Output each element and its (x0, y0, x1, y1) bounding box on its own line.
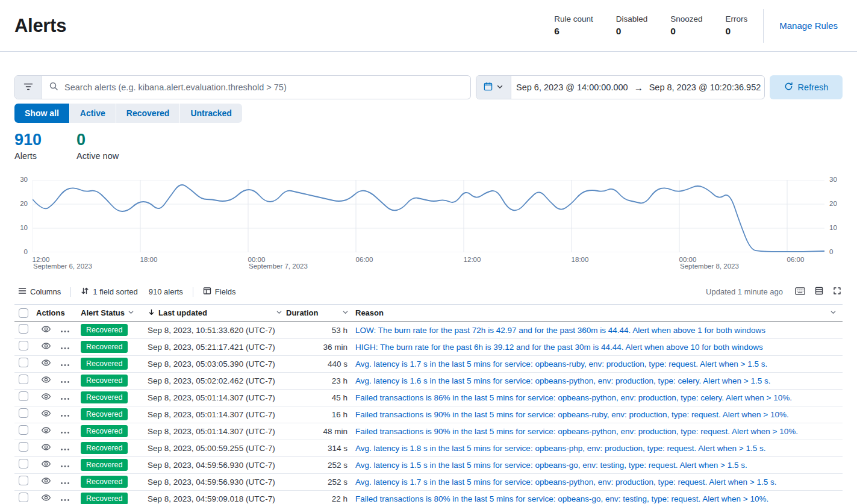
status-badge: Recovered (81, 425, 128, 437)
search-input[interactable] (63, 82, 463, 93)
filter-icon (23, 82, 33, 93)
stat-value: 0 (670, 26, 702, 37)
filter-tab-active[interactable]: Active (70, 104, 116, 123)
reason-link[interactable]: Avg. latency is 1.7 s in the last 5 mins… (350, 359, 843, 369)
date-start[interactable]: Sep 6, 2023 @ 14:00:00.000 (516, 82, 628, 92)
row-menu-button[interactable] (60, 478, 70, 487)
keyboard-shortcuts-button[interactable] (794, 286, 806, 298)
sort-icon (81, 287, 89, 297)
sorted-label: 1 field sorted (93, 287, 137, 296)
reason-link[interactable]: HIGH: The burn rate for the past 6h is 3… (350, 343, 843, 352)
stat-label: Disabled (616, 14, 648, 23)
view-alert-button[interactable] (41, 358, 51, 370)
table-row: Recovered Sep 8, 2023, 04:59:56.930 (UTC… (14, 474, 843, 491)
fields-button[interactable]: Fields (199, 284, 240, 299)
status-badge: Recovered (81, 375, 128, 387)
ellipsis-icon (60, 427, 70, 436)
status-cell: Recovered (81, 442, 148, 454)
row-checkbox-cell (14, 341, 36, 353)
row-checkbox[interactable] (19, 459, 28, 468)
row-checkbox[interactable] (19, 391, 28, 401)
row-menu-button[interactable] (60, 393, 70, 402)
chevron-down-icon (128, 308, 134, 317)
row-checkbox[interactable] (19, 408, 28, 418)
duration-cell: 45 h (286, 393, 350, 402)
row-menu-button[interactable] (60, 444, 70, 453)
view-alert-button[interactable] (41, 425, 51, 437)
search-icon (49, 81, 58, 93)
row-menu-button[interactable] (60, 326, 70, 335)
row-checkbox[interactable] (19, 442, 28, 452)
row-checkbox[interactable] (19, 375, 28, 384)
select-all-checkbox[interactable] (19, 308, 28, 318)
row-checkbox[interactable] (19, 493, 28, 502)
row-checkbox[interactable] (19, 476, 28, 485)
filter-tab-show-all[interactable]: Show all (14, 104, 69, 123)
header-right: Rule count 6 Disabled 0 Snoozed 0 Errors… (554, 9, 843, 43)
last-updated-cell: Sep 8, 2023, 05:01:14.307 (UTC-7) (148, 427, 286, 436)
y-axis-tick: 10 (829, 224, 837, 231)
stat-disabled: Disabled 0 (616, 14, 648, 37)
chevron-down-icon (276, 308, 282, 317)
view-alert-button[interactable] (41, 375, 51, 387)
view-alert-button[interactable] (41, 408, 51, 420)
reason-link[interactable]: Failed transactions is 86% in the last 5… (350, 393, 843, 402)
reason-link[interactable]: LOW: The burn rate for the past 72h is 4… (350, 326, 843, 335)
view-alert-button[interactable] (41, 459, 51, 471)
view-alert-button[interactable] (41, 442, 51, 454)
view-alert-button[interactable] (41, 476, 51, 488)
filter-tab-untracked[interactable]: Untracked (180, 104, 242, 123)
header-divider (763, 9, 764, 43)
row-checkbox[interactable] (19, 341, 28, 350)
row-checkbox-cell (14, 493, 36, 504)
chevron-down-icon (830, 308, 837, 317)
table-header-row: Actions Alert Status Last updated (14, 304, 843, 322)
reason-link[interactable]: Failed transactions is 80% in the last 5… (350, 494, 843, 503)
filter-button[interactable] (15, 76, 42, 99)
duration-cell: 48 min (286, 427, 350, 436)
view-alert-button[interactable] (41, 493, 51, 504)
reason-link[interactable]: Avg. latency is 1.5 s in the last 5 mins… (350, 461, 843, 470)
header-last-updated[interactable]: Last updated (148, 308, 286, 318)
row-checkbox-cell (14, 375, 36, 387)
row-checkbox[interactable] (19, 425, 28, 435)
sort-fields-button[interactable]: 1 field sorted (77, 284, 141, 299)
reason-link[interactable]: Avg. latency is 1.7 s in the last 5 mins… (350, 478, 843, 487)
refresh-icon (784, 82, 793, 93)
view-alert-button[interactable] (41, 391, 51, 403)
row-menu-button[interactable] (60, 359, 70, 369)
reason-link[interactable]: Failed transactions is 90% in the last 5… (350, 410, 843, 419)
date-end[interactable]: Sep 8, 2023 @ 10:20:36.952 (649, 82, 761, 92)
view-alert-button[interactable] (41, 324, 51, 336)
display-density-button[interactable] (814, 285, 824, 298)
row-menu-button[interactable] (60, 427, 70, 436)
row-checkbox[interactable] (19, 324, 28, 334)
filter-tab-recovered[interactable]: Recovered (116, 104, 180, 123)
reason-link[interactable]: Failed transactions is 90% in the last 5… (350, 427, 843, 436)
reason-link[interactable]: Avg. latency is 1.6 s in the last 5 mins… (350, 376, 843, 385)
header-reason[interactable]: Reason (350, 308, 843, 317)
columns-button[interactable]: Columns (14, 284, 64, 299)
row-menu-button[interactable] (60, 376, 70, 385)
row-checkbox[interactable] (19, 358, 28, 367)
table-row: Recovered Sep 8, 2023, 05:00:59.255 (UTC… (14, 440, 843, 457)
view-alert-button[interactable] (41, 341, 51, 353)
row-menu-button[interactable] (60, 343, 70, 352)
alerts-active-count: 0 (76, 131, 119, 149)
row-menu-button[interactable] (60, 461, 70, 470)
header-duration[interactable]: Duration (286, 308, 350, 317)
row-menu-button[interactable] (60, 494, 70, 503)
row-actions-cell (36, 442, 81, 454)
row-menu-button[interactable] (60, 410, 70, 419)
manage-rules-link[interactable]: Manage Rules (779, 20, 843, 31)
ellipsis-icon (60, 359, 70, 369)
search-box (42, 76, 470, 99)
fullscreen-button[interactable] (832, 285, 843, 298)
stat-label: Errors (726, 14, 748, 23)
header-alert-status[interactable]: Alert Status (81, 308, 148, 317)
header-alert-status-label: Alert Status (81, 308, 125, 317)
refresh-button[interactable]: Refresh (770, 75, 843, 99)
stat-label: Snoozed (670, 14, 702, 23)
reason-link[interactable]: Avg. latency is 1.8 s in the last 5 mins… (350, 444, 843, 453)
calendar-button[interactable] (476, 76, 511, 99)
